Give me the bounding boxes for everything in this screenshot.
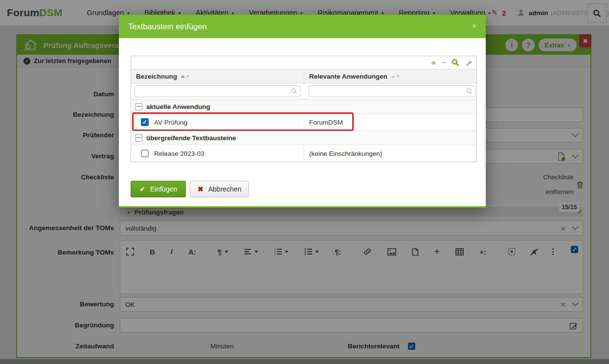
cross-icon: ✖ bbox=[198, 185, 203, 193]
collapse-icon[interactable] bbox=[135, 103, 142, 110]
search-icon bbox=[291, 88, 297, 94]
dialog-body: + − Bezeichnung Relevante Anwendungen bbox=[119, 38, 486, 206]
group-aktuelle-anwendung[interactable]: aktuelle Anwendung bbox=[131, 100, 476, 114]
search-icon bbox=[466, 88, 473, 94]
grid-search-icon[interactable] bbox=[451, 59, 459, 66]
filter-anwendungen-input[interactable] bbox=[309, 86, 475, 97]
abbrechen-button[interactable]: ✖ Abbrechen bbox=[190, 181, 249, 197]
column-header-anwendungen[interactable]: Relevante Anwendungen bbox=[304, 69, 476, 83]
dialog-header: Textbaustein einfügen × bbox=[119, 15, 486, 38]
dialog-title: Textbaustein einfügen bbox=[128, 22, 207, 31]
row-apps: ForumDSM bbox=[309, 119, 343, 126]
sort-icons bbox=[181, 75, 190, 78]
row-name: Release 2023-03 bbox=[154, 150, 204, 157]
dialog-buttons: ✔ Einfügen ✖ Abbrechen bbox=[131, 181, 249, 197]
textbaustein-dialog: Textbaustein einfügen × + − Bezeichnung bbox=[119, 15, 486, 208]
dialog-close-button[interactable]: × bbox=[472, 22, 476, 31]
settings-wrench-icon[interactable] bbox=[465, 59, 472, 66]
row-checkbox[interactable]: ✓ bbox=[141, 150, 149, 157]
table-row-release-2023-03[interactable]: ✓ Release 2023-03 (keine Einschränkungen… bbox=[131, 145, 476, 162]
grid-toolbar: + − bbox=[131, 56, 476, 69]
group-uebergreifende-textbausteine[interactable]: übergreifende Textbausteine bbox=[131, 131, 476, 145]
column-header-bezeichnung[interactable]: Bezeichnung bbox=[131, 69, 304, 83]
screen: ForumDSM Grundlagen▼ Bibliothek▼ Aktivit… bbox=[0, 0, 609, 364]
sort-icons bbox=[391, 75, 400, 78]
expand-all-icon[interactable]: + bbox=[431, 59, 436, 67]
filter-bezeichnung-input[interactable] bbox=[135, 86, 300, 97]
textbaustein-grid: + − Bezeichnung Relevante Anwendungen bbox=[131, 56, 477, 162]
collapse-all-icon[interactable]: − bbox=[441, 59, 446, 67]
grid-header-row: Bezeichnung Relevante Anwendungen bbox=[131, 69, 476, 84]
collapse-icon[interactable] bbox=[135, 134, 142, 142]
row-name: AV Prüfung bbox=[154, 119, 187, 126]
einfuegen-button[interactable]: ✔ Einfügen bbox=[131, 181, 186, 197]
row-checkbox[interactable]: ✓ bbox=[141, 118, 149, 126]
check-icon: ✔ bbox=[139, 185, 145, 193]
row-apps: (keine Einschränkungen) bbox=[309, 150, 382, 157]
table-row-av-pruefung[interactable]: ✓ AV Prüfung ForumDSM bbox=[131, 114, 476, 131]
grid-filter-row bbox=[131, 84, 476, 100]
